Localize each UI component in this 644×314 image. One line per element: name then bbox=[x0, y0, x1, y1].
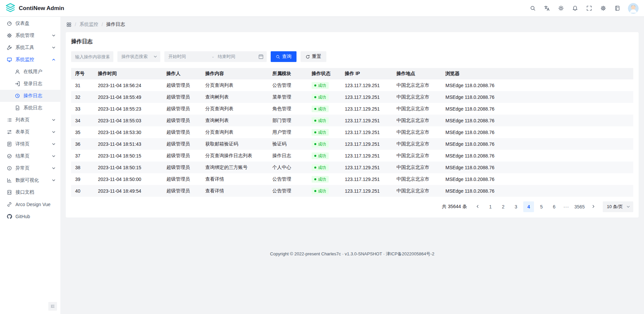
cell-operator: 超级管理员 bbox=[162, 91, 201, 103]
operation-status-select[interactable]: 操作状态搜索 bbox=[117, 51, 160, 62]
cell-time: 2023-11-04 18:53:30 bbox=[94, 126, 162, 138]
chevron-down-icon bbox=[52, 154, 56, 158]
sidebar-item-github[interactable]: GitHub bbox=[0, 210, 60, 223]
cell-module: 公告管理 bbox=[268, 185, 308, 197]
search-icon bbox=[530, 5, 536, 11]
page-5-button[interactable]: 5 bbox=[536, 201, 547, 212]
cell-content: 获取邮箱验证码 bbox=[201, 138, 268, 150]
cell-status: 成功 bbox=[308, 173, 341, 185]
app-header: ContiNew Admin bbox=[0, 0, 644, 17]
main-content: /系统监控/操作日志 操作日志 操作状态搜索 开始时间 - 结束时间 查询 bbox=[60, 17, 644, 314]
status-badge: 成功 bbox=[312, 164, 329, 171]
cell-browser: MSEdge 118.0.2088.76 bbox=[441, 103, 633, 115]
app-title: ContiNew Admin bbox=[19, 5, 64, 12]
sidebar-item-dashboard[interactable]: 仪表盘 bbox=[0, 17, 60, 29]
file-check-icon bbox=[15, 105, 20, 111]
sidebar: 仪表盘系统管理系统工具系统监控在线用户登录日志操作日志系统日志列表页表单页详情页… bbox=[0, 17, 60, 314]
docs-button[interactable] bbox=[612, 3, 623, 14]
cell-time: 2023-11-04 18:49:54 bbox=[94, 185, 162, 197]
notifications-button[interactable] bbox=[570, 3, 580, 14]
sidebar-item-api-docs[interactable]: 接口文档 bbox=[0, 186, 60, 198]
sidebar-item-online-users[interactable]: 在线用户 bbox=[0, 66, 60, 78]
theme-button[interactable] bbox=[555, 3, 566, 14]
chevron-down-icon bbox=[52, 34, 56, 38]
search-button[interactable] bbox=[527, 3, 538, 14]
check-circle-icon bbox=[7, 153, 12, 159]
sidebar-item-system-logs[interactable]: 系统日志 bbox=[0, 102, 60, 114]
previous-page-button[interactable] bbox=[472, 201, 483, 212]
breadcrumb-item[interactable]: 系统监控 bbox=[79, 21, 98, 27]
sidebar-item-list-pages[interactable]: 列表页 bbox=[0, 114, 60, 126]
cell-module: 用户管理 bbox=[268, 126, 308, 138]
search-button[interactable]: 查询 bbox=[271, 51, 297, 62]
settings-button[interactable] bbox=[598, 3, 608, 14]
sidebar-item-label: 结果页 bbox=[15, 153, 48, 159]
chevron-down-icon bbox=[52, 46, 56, 50]
table-row: 402023-11-04 18:49:54超级管理员查看详情公告管理成功123.… bbox=[71, 185, 633, 197]
cell-module: 菜单管理 bbox=[268, 91, 308, 103]
header-actions bbox=[527, 3, 623, 14]
status-badge: 成功 bbox=[312, 82, 329, 89]
page-1-button[interactable]: 1 bbox=[485, 201, 496, 212]
status-badge: 成功 bbox=[312, 117, 329, 124]
footer: Copyright © 2022-present Charles7c · v1.… bbox=[60, 251, 644, 265]
page-3565-button[interactable]: 3565 bbox=[573, 201, 586, 212]
github-icon bbox=[7, 214, 12, 219]
cell-time: 2023-11-04 18:55:23 bbox=[94, 103, 162, 115]
table-row: 392023-11-04 18:50:00超级管理员查看详情公告管理成功123.… bbox=[71, 173, 633, 185]
date-range-picker[interactable]: 开始时间 - 结束时间 bbox=[164, 51, 267, 62]
status-dot-icon bbox=[314, 84, 316, 86]
cell-content: 分页查询列表 bbox=[201, 103, 268, 115]
cell-content: 分页查询操作日志列表 bbox=[201, 150, 268, 162]
sidebar-item-data-visualization[interactable]: 数据可视化 bbox=[0, 174, 60, 186]
sidebar-collapse-button[interactable] bbox=[48, 302, 57, 311]
cell-content: 查询树列表 bbox=[201, 91, 268, 103]
chevron-up-icon bbox=[52, 58, 56, 62]
cell-ip: 123.117.129.251 bbox=[341, 103, 392, 115]
status-badge: 成功 bbox=[312, 106, 329, 112]
cell-operator: 超级管理员 bbox=[162, 79, 201, 91]
page-size-select[interactable]: 10 条/页 bbox=[603, 201, 633, 212]
link-icon bbox=[7, 202, 12, 207]
status-label: 成功 bbox=[318, 95, 326, 100]
sidebar-item-login-logs[interactable]: 登录日志 bbox=[0, 78, 60, 90]
page-2-button[interactable]: 2 bbox=[498, 201, 508, 212]
user-avatar[interactable] bbox=[628, 3, 639, 14]
sidebar-item-form-pages[interactable]: 表单页 bbox=[0, 126, 60, 138]
sidebar-item-arco-design-vue[interactable]: Arco Design Vue bbox=[0, 198, 60, 210]
next-page-button[interactable] bbox=[588, 201, 599, 212]
pagination-ellipsis[interactable]: ··· bbox=[561, 204, 571, 209]
translate-button[interactable] bbox=[541, 3, 552, 14]
apps-icon[interactable] bbox=[66, 22, 71, 27]
cell-time: 2023-11-04 18:50:15 bbox=[94, 150, 162, 162]
page-3-button[interactable]: 3 bbox=[511, 201, 521, 212]
cell-ip: 123.117.129.251 bbox=[341, 185, 392, 197]
sidebar-item-detail-pages[interactable]: 详情页 bbox=[0, 138, 60, 150]
sidebar-item-operation-logs[interactable]: 操作日志 bbox=[0, 90, 60, 102]
cell-time: 2023-11-04 18:55:49 bbox=[94, 91, 162, 103]
cell-status: 成功 bbox=[308, 162, 341, 173]
sidebar-item-system-monitor[interactable]: 系统监控 bbox=[0, 54, 60, 66]
cell-ip: 123.117.129.251 bbox=[341, 91, 392, 103]
chevron-down-icon bbox=[626, 205, 630, 209]
translate-icon bbox=[544, 5, 550, 11]
page-4-button[interactable]: 4 bbox=[523, 201, 534, 212]
reset-button[interactable]: 重置 bbox=[301, 51, 326, 62]
sidebar-item-system-management[interactable]: 系统管理 bbox=[0, 29, 60, 42]
fullscreen-button[interactable] bbox=[584, 3, 594, 14]
chevron-down-icon bbox=[52, 178, 56, 182]
sidebar-item-system-tools[interactable]: 系统工具 bbox=[0, 42, 60, 54]
table-row: 352023-11-04 18:53:30超级管理员分页查询列表用户管理成功12… bbox=[71, 126, 633, 138]
sidebar-item-exception-pages[interactable]: 异常页 bbox=[0, 162, 60, 174]
cell-ip: 123.117.129.251 bbox=[341, 115, 392, 126]
operation-content-search-input[interactable] bbox=[71, 51, 113, 62]
history-icon bbox=[15, 93, 20, 99]
api-doc-icon bbox=[7, 190, 12, 195]
sidebar-item-label: 系统监控 bbox=[15, 57, 48, 63]
breadcrumb-item[interactable]: 操作日志 bbox=[106, 21, 125, 27]
sidebar-item-result-pages[interactable]: 结果页 bbox=[0, 150, 60, 162]
app-logo[interactable]: ContiNew Admin bbox=[5, 3, 64, 14]
status-badge: 成功 bbox=[312, 188, 329, 194]
search-icon bbox=[276, 55, 280, 59]
page-6-button[interactable]: 6 bbox=[549, 201, 559, 212]
